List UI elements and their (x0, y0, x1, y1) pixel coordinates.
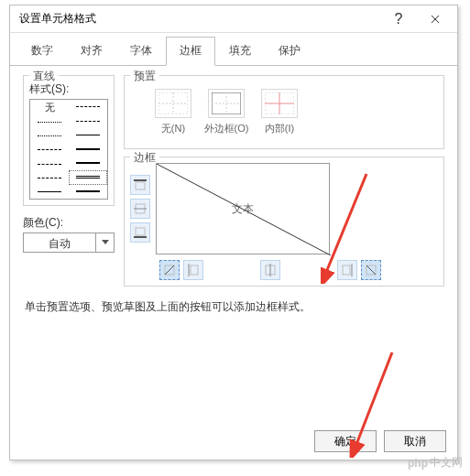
color-dropdown-button[interactable] (96, 233, 115, 253)
tab-alignment[interactable]: 对齐 (67, 37, 116, 65)
preset-outline-icon (212, 92, 241, 114)
border-middle-h-button[interactable] (130, 199, 150, 219)
svg-line-17 (165, 265, 174, 275)
close-button[interactable] (417, 6, 454, 32)
preset-outline-label: 外边框(O) (204, 122, 249, 135)
tab-body: 直线 样式(S): 无 (10, 66, 457, 337)
border-right-icon (341, 264, 354, 276)
border-middle-h-icon (134, 202, 147, 215)
help-button[interactable]: ? (380, 6, 417, 32)
dialog-title: 设置单元格格式 (14, 11, 380, 27)
preset-inside-label: 内部(I) (265, 122, 294, 135)
preset-inside-button[interactable] (261, 89, 298, 118)
tab-protection[interactable]: 保护 (265, 37, 314, 65)
tabs: 数字 对齐 字体 边框 填充 保护 (10, 33, 457, 66)
preset-group-title: 预置 (130, 69, 159, 84)
border-diag-up-icon (163, 264, 176, 276)
color-combo[interactable]: 自动 (23, 233, 115, 253)
tab-font[interactable]: 字体 (116, 37, 166, 65)
preset-inside-icon (265, 92, 294, 114)
svg-rect-13 (136, 228, 145, 235)
style-opt[interactable] (30, 185, 69, 199)
style-opt[interactable] (69, 100, 107, 114)
preset-group: 预置 无(N) 外边框(O) (124, 75, 444, 149)
color-section: 颜色(C): 自动 (23, 215, 115, 253)
border-left-icon (187, 264, 200, 276)
border-top-button[interactable] (130, 175, 150, 195)
style-opt[interactable] (69, 157, 107, 170)
cancel-button[interactable]: 取消 (384, 430, 446, 452)
preset-none-button[interactable] (155, 89, 191, 118)
tab-number[interactable]: 数字 (17, 37, 67, 65)
line-group: 直线 样式(S): 无 (23, 75, 115, 206)
format-cells-dialog: 设置单元格格式 ? 数字 对齐 字体 边框 填充 保护 直线 样式(S): 无 (9, 5, 458, 460)
tab-border[interactable]: 边框 (166, 37, 215, 66)
border-bottom-icon (134, 226, 147, 239)
hint-text: 单击预置选项、预览草图及上面的按钮可以添加边框样式。 (25, 299, 443, 315)
svg-rect-19 (191, 265, 198, 275)
style-opt[interactable] (30, 129, 69, 143)
dialog-footer: 确定 取消 (314, 430, 446, 452)
watermark: php 中文网 (408, 455, 463, 471)
style-opt[interactable] (30, 171, 69, 185)
svg-rect-10 (136, 182, 145, 189)
border-group: 边框 (124, 157, 444, 287)
color-label: 颜色(C): (23, 215, 115, 231)
style-opt[interactable] (30, 157, 69, 171)
watermark-text: 中文网 (430, 455, 463, 471)
line-group-title: 直线 (29, 69, 59, 84)
border-preview[interactable]: 文本 (156, 163, 330, 254)
style-opt[interactable] (69, 185, 107, 199)
border-diag-up-button[interactable] (159, 260, 180, 280)
preset-none-label: 无(N) (161, 122, 185, 135)
style-none[interactable]: 无 (30, 100, 69, 115)
style-opt-selected[interactable] (69, 170, 107, 184)
chevron-down-icon (102, 240, 109, 245)
style-opt[interactable] (69, 128, 107, 142)
ok-button[interactable]: 确定 (314, 430, 377, 452)
line-style-list[interactable]: 无 (29, 99, 108, 200)
border-diag-down-icon (365, 264, 377, 276)
svg-rect-22 (343, 265, 350, 275)
border-left-button[interactable] (183, 260, 203, 280)
style-opt[interactable] (69, 114, 107, 127)
preset-none-icon (158, 92, 188, 114)
tab-fill[interactable]: 填充 (215, 37, 265, 65)
color-value: 自动 (23, 233, 96, 253)
style-opt[interactable] (69, 142, 107, 156)
style-opt[interactable] (30, 115, 69, 129)
border-bottom-button[interactable] (130, 222, 150, 243)
svg-line-25 (366, 265, 376, 275)
preview-diagonal-icon (157, 164, 331, 255)
border-right-button[interactable] (337, 260, 357, 280)
border-top-icon (134, 178, 147, 191)
style-none-label: 无 (45, 101, 55, 114)
svg-line-15 (157, 164, 331, 255)
border-middle-v-icon (264, 264, 277, 276)
style-opt[interactable] (30, 143, 69, 157)
border-middle-v-button[interactable] (260, 260, 280, 280)
titlebar: 设置单元格格式 ? (10, 5, 457, 33)
border-diag-down-button[interactable] (361, 260, 381, 280)
close-icon (431, 15, 440, 24)
preset-outline-button[interactable] (208, 89, 245, 118)
watermark-logo: php (408, 457, 428, 470)
